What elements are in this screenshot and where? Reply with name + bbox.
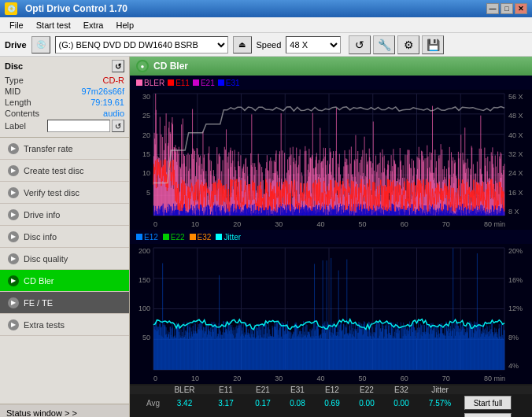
label-key: Label	[5, 121, 26, 131]
disc-info-icon: ▶	[8, 231, 19, 242]
sidebar-item-cd-bler[interactable]: ▶ CD Bler	[0, 270, 129, 292]
e22-legend-dot	[163, 234, 169, 240]
sidebar-item-disc-quality[interactable]: ▶ Disc quality	[0, 248, 129, 270]
drive-select[interactable]: (G:) BENQ DVD DD DW1640 BSRB	[55, 36, 228, 54]
stat-header-e31: E31	[280, 386, 315, 394]
toolbar-buttons: ↺ 🔧 ⚙ 💾	[349, 35, 444, 54]
right-panel: ● CD Bler BLER E11 E21	[130, 57, 532, 417]
stats-max-row: Max 27 23 8 15 149 0 0 10.4% Start part	[130, 411, 532, 417]
chart-icon: ●	[136, 60, 149, 72]
speed-label: Speed	[257, 40, 282, 50]
e21-legend-dot	[193, 79, 199, 86]
bottom-chart-y-axis: 200 150 100 50	[130, 247, 152, 370]
eject-button[interactable]: ⏏	[233, 36, 252, 54]
avg-label: Avg	[130, 399, 163, 408]
top-chart-canvas	[130, 90, 532, 230]
stat-header-jitter: Jitter	[419, 386, 461, 394]
disc-section: Disc ↺ Type CD-R MID 97m26s66f Length 79…	[0, 57, 129, 138]
bottom-chart-legend: E12 E22 E32 Jitter	[130, 230, 532, 244]
top-chart-legend: BLER E11 E21 E31	[130, 76, 532, 90]
e32-legend-dot	[190, 234, 196, 240]
status-bar: Status window > > Test completed	[0, 404, 129, 417]
stat-header-e12: E12	[315, 386, 349, 394]
charts-area: 30 25 20 15 10 5 56 X 48 X 40 X 32 X	[130, 90, 532, 384]
create-test-disc-icon: ▶	[8, 165, 19, 176]
app-title: Opti Drive Control 1.70	[25, 3, 127, 14]
app-icon: 💿	[5, 2, 17, 15]
maximize-button[interactable]: □	[501, 3, 513, 14]
sidebar-item-transfer-rate[interactable]: ▶ Transfer rate	[0, 138, 129, 160]
titlebar: 💿 Opti Drive Control 1.70 — □ ✕	[0, 0, 532, 17]
jitter-legend-dot	[216, 234, 222, 240]
stat-avg-e11: 3.17	[206, 399, 246, 408]
chart-header: ● CD Bler	[130, 57, 532, 76]
window-controls: — □ ✕	[486, 3, 527, 14]
menu-start-test[interactable]: Start test	[30, 19, 77, 31]
type-value: CD-R	[103, 76, 125, 85]
sidebar-item-fe-te[interactable]: ▶ FE / TE	[0, 292, 129, 314]
bler-legend-dot	[136, 79, 142, 86]
stat-header-e11: E11	[206, 386, 246, 394]
mid-value: 97m26s66f	[82, 87, 124, 96]
menu-help[interactable]: Help	[109, 19, 140, 31]
stat-avg-e21: 0.17	[246, 399, 280, 408]
drive-label: Drive	[5, 40, 27, 50]
cd-bler-icon: ▶	[8, 275, 19, 286]
menu-file[interactable]: File	[3, 19, 30, 31]
sidebar-item-drive-info[interactable]: ▶ Drive info	[0, 204, 129, 226]
legend-e21: E21	[193, 79, 215, 87]
extra-tests-icon: ▶	[8, 319, 19, 330]
top-chart-x-axis: 0 10 20 30 40 50 60 70 80 min	[153, 220, 505, 228]
stat-header-bler: BLER	[163, 386, 206, 394]
drive-info-icon: ▶	[8, 209, 19, 220]
length-key: Length	[5, 98, 31, 107]
bottom-chart: 200 150 100 50 20% 16% 12% 8% 4%	[130, 244, 532, 384]
mid-key: MID	[5, 87, 20, 96]
e31-legend-dot	[218, 79, 224, 86]
save-button[interactable]: 💾	[422, 35, 444, 54]
refresh-button[interactable]: ↺	[349, 35, 371, 54]
legend-bler: BLER	[136, 79, 164, 87]
tools-button[interactable]: ⚙	[397, 35, 419, 54]
top-chart-y-axis-right: 56 X 48 X 40 X 32 X 24 X 16 X 8 X	[507, 93, 532, 216]
sidebar-item-verify-test-disc[interactable]: ▶ Verify test disc	[0, 182, 129, 204]
top-chart: 30 25 20 15 10 5 56 X 48 X 40 X 32 X	[130, 90, 532, 230]
e12-legend-dot	[136, 234, 142, 240]
drive-icon-btn[interactable]: 💿	[31, 36, 50, 54]
contents-value: audio	[103, 109, 124, 118]
contents-key: Contents	[5, 109, 39, 118]
type-key: Type	[5, 76, 24, 85]
stat-avg-bler: 3.42	[163, 399, 206, 408]
speed-select[interactable]: 48 X	[286, 36, 341, 54]
legend-e12: E12	[136, 233, 158, 242]
legend-e11: E11	[168, 79, 190, 87]
stats-buttons: Start full	[461, 394, 532, 411]
sidebar-item-create-test-disc[interactable]: ▶ Create test disc	[0, 160, 129, 182]
disc-refresh-button[interactable]: ↺	[112, 60, 124, 72]
label-input[interactable]	[47, 120, 110, 132]
settings-button[interactable]: 🔧	[373, 35, 395, 54]
stat-header-e32: E32	[384, 386, 419, 394]
stats-area: BLER E11 E21 E31 E12 E22 E32 Jitter Avg …	[130, 384, 532, 417]
menubar: File Start test Extra Help	[0, 17, 532, 33]
length-value: 79:19.61	[91, 98, 124, 107]
minimize-button[interactable]: —	[486, 3, 499, 14]
sidebar-item-extra-tests[interactable]: ▶ Extra tests	[0, 314, 129, 336]
status-window-button[interactable]: Status window > >	[0, 404, 129, 417]
sidebar-item-disc-info[interactable]: ▶ Disc info	[0, 226, 129, 248]
stat-avg-jitter: 7.57%	[419, 399, 461, 408]
menu-extra[interactable]: Extra	[77, 19, 110, 31]
legend-e32: E32	[190, 233, 212, 242]
legend-e31: E31	[218, 79, 240, 87]
start-part-button[interactable]: Start part	[464, 413, 512, 417]
close-button[interactable]: ✕	[515, 3, 527, 14]
disc-header-label: Disc	[5, 61, 23, 71]
start-full-button[interactable]: Start full	[464, 396, 512, 410]
verify-test-disc-icon: ▶	[8, 187, 19, 198]
transfer-rate-icon: ▶	[8, 143, 19, 154]
bottom-chart-canvas	[130, 244, 532, 384]
label-refresh-btn[interactable]: ↺	[112, 120, 124, 132]
top-chart-y-axis: 30 25 20 15 10 5	[130, 93, 152, 216]
stat-header-e22: E22	[349, 386, 384, 394]
stat-avg-e22: 0.00	[349, 399, 384, 408]
